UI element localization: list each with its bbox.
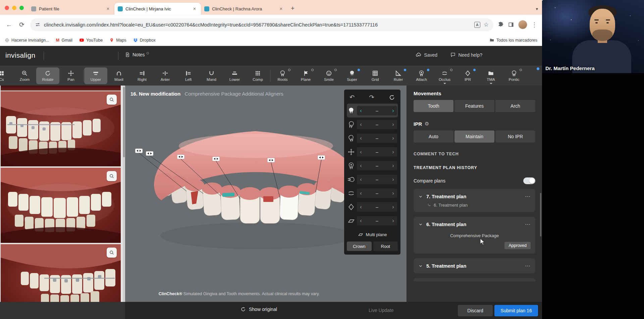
tool-comp[interactable]: Comp bbox=[246, 67, 269, 85]
bookmark-hacerse-invisalign[interactable]: Hacerse Invisalign... bbox=[5, 38, 49, 43]
chevron-down-icon[interactable] bbox=[418, 194, 423, 199]
zoom-photo-icon[interactable] bbox=[107, 95, 117, 105]
address-bar[interactable]: clincheck.invisalign.com/index.html?loca… bbox=[30, 18, 493, 31]
increase-icon[interactable]: › bbox=[389, 108, 397, 114]
decrease-icon[interactable]: ‹ bbox=[357, 190, 365, 196]
tool-zoom[interactable]: Zoom bbox=[13, 67, 36, 85]
tab-patient-file[interactable]: Patient file × bbox=[28, 3, 114, 15]
decrease-icon[interactable]: ‹ bbox=[357, 108, 365, 114]
movement-value[interactable]: – bbox=[365, 136, 389, 141]
decrease-icon[interactable]: ‹ bbox=[357, 121, 365, 127]
bookmark-maps[interactable]: Maps bbox=[109, 38, 126, 43]
movement-value[interactable]: – bbox=[365, 204, 389, 210]
increase-icon[interactable]: › bbox=[389, 121, 397, 127]
compare-plans-toggle[interactable] bbox=[523, 177, 535, 184]
decrease-icon[interactable]: ‹ bbox=[357, 135, 365, 141]
new-tab-button[interactable]: + bbox=[291, 5, 294, 12]
redo-icon[interactable]: ↷ bbox=[369, 94, 374, 101]
plan-card-7[interactable]: 7. Treatment plan ⋯ 6. Treatment plan bbox=[414, 189, 535, 212]
increase-icon[interactable]: › bbox=[389, 190, 397, 196]
bookmark-gmail[interactable]: M Gmail bbox=[56, 38, 73, 43]
tool-anter[interactable]: Anter bbox=[154, 67, 177, 85]
tool-attach[interactable]: Attach bbox=[410, 67, 433, 85]
close-tab-icon[interactable]: × bbox=[105, 6, 111, 12]
increase-icon[interactable]: › bbox=[389, 218, 397, 224]
browser-menu-icon[interactable]: ⋮ bbox=[531, 21, 537, 29]
all-bookmarks-button[interactable]: Todos los marcadores bbox=[489, 38, 537, 43]
increase-icon[interactable]: › bbox=[389, 163, 397, 169]
tool-left[interactable]: Left bbox=[177, 67, 200, 85]
tool-grid[interactable]: Grid bbox=[364, 67, 387, 85]
intraoral-photo-front[interactable] bbox=[1, 168, 121, 243]
movement-value[interactable]: – bbox=[365, 177, 389, 182]
profile-avatar[interactable] bbox=[518, 20, 527, 29]
photo-panel-scrollbar[interactable] bbox=[123, 86, 125, 302]
discard-button[interactable]: Discard bbox=[458, 305, 493, 316]
treatment-plan-history-section[interactable]: TREATMENT PLAN HISTORY bbox=[414, 165, 535, 170]
movement-value[interactable]: – bbox=[365, 122, 389, 127]
chevron-down-icon[interactable] bbox=[418, 222, 423, 227]
site-settings-icon[interactable] bbox=[35, 22, 41, 28]
back-icon[interactable]: ← bbox=[5, 21, 13, 29]
ipr-settings-gear-icon[interactable]: ⚙ bbox=[425, 121, 429, 127]
increase-icon[interactable]: › bbox=[389, 204, 397, 210]
notes-button[interactable]: Notes bbox=[125, 52, 149, 57]
tool-rotate[interactable]: Rotate bbox=[36, 67, 59, 84]
tool-cs[interactable]: Cs bbox=[0, 67, 13, 85]
plan-more-menu-icon[interactable]: ⋯ bbox=[525, 193, 531, 200]
mode-tooth-button[interactable]: Tooth bbox=[414, 100, 453, 112]
intraoral-photo-partial[interactable] bbox=[1, 86, 121, 91]
tab-strip-chevron-icon[interactable]: ▾ bbox=[536, 6, 538, 11]
tool-pontic[interactable]: Pontic bbox=[502, 67, 526, 85]
tool-right[interactable]: Right bbox=[130, 67, 154, 85]
decrease-icon[interactable]: ‹ bbox=[357, 149, 365, 155]
intraoral-photo-left[interactable] bbox=[1, 91, 121, 166]
plan-card-6[interactable]: 6. Treatment plan ⋯ Comprehensive Packag… bbox=[414, 217, 535, 254]
decrease-icon[interactable]: ‹ bbox=[357, 218, 365, 224]
undo-icon[interactable]: ↶ bbox=[350, 94, 355, 101]
reset-view-icon[interactable] bbox=[389, 94, 395, 101]
attachment-marker[interactable] bbox=[263, 196, 273, 202]
root-button[interactable]: Root bbox=[373, 242, 398, 251]
tool-maxil[interactable]: Maxil bbox=[107, 67, 130, 85]
decrease-icon[interactable]: ‹ bbox=[357, 163, 365, 169]
tool-roots[interactable]: Roots bbox=[271, 67, 294, 85]
reload-icon[interactable]: ⟳ bbox=[17, 21, 26, 29]
increase-icon[interactable]: › bbox=[389, 176, 397, 182]
multi-plane-button[interactable]: Multi plane bbox=[347, 229, 398, 240]
decrease-icon[interactable]: ‹ bbox=[357, 176, 365, 182]
decrease-icon[interactable]: ‹ bbox=[357, 204, 365, 210]
side-panel-icon[interactable] bbox=[508, 21, 514, 28]
movement-value[interactable]: – bbox=[365, 149, 389, 155]
scrollbar-thumb[interactable] bbox=[123, 87, 125, 157]
attachment-marker[interactable] bbox=[222, 193, 235, 197]
zoom-photo-icon[interactable] bbox=[107, 248, 117, 258]
tool-plane[interactable]: Plane bbox=[294, 67, 317, 85]
comment-to-tech-section[interactable]: COMMENT TO TECH bbox=[414, 152, 535, 156]
show-original-button[interactable]: Show original bbox=[240, 307, 277, 312]
need-help-button[interactable]: Need help? bbox=[450, 52, 482, 58]
plan-more-menu-icon[interactable]: ⋯ bbox=[525, 221, 531, 227]
tool-pan[interactable]: Pan bbox=[59, 67, 83, 85]
crown-button[interactable]: Crown bbox=[347, 242, 372, 251]
right-panel-scrollbar[interactable] bbox=[540, 193, 541, 236]
plan-more-menu-icon[interactable]: ⋯ bbox=[525, 263, 531, 269]
tool-super[interactable]: Super bbox=[340, 67, 364, 85]
bookmark-dropbox[interactable]: Dropbox bbox=[133, 38, 156, 43]
movement-value[interactable]: – bbox=[365, 191, 389, 196]
model-viewport[interactable]: 16. New modification Comprehensive Packa… bbox=[125, 86, 407, 302]
translate-icon[interactable]: A bbox=[474, 22, 480, 28]
close-tab-icon[interactable]: × bbox=[278, 6, 284, 12]
mode-features-button[interactable]: Features bbox=[454, 100, 494, 112]
bookmark-youtube[interactable]: YouTube bbox=[79, 38, 103, 43]
zoom-photo-icon[interactable] bbox=[107, 171, 117, 181]
submit-plan-button[interactable]: Submit plan 16 bbox=[494, 305, 538, 316]
movement-value[interactable]: – bbox=[365, 108, 389, 113]
extensions-puzzle-icon[interactable] bbox=[497, 21, 504, 28]
linked-plan-item[interactable]: 6. Treatment plan bbox=[427, 203, 531, 208]
mode-arch-button[interactable]: Arch bbox=[495, 100, 535, 112]
intraoral-photo-right[interactable] bbox=[1, 244, 121, 302]
ipr-auto-button[interactable]: Auto bbox=[414, 130, 453, 143]
movement-value[interactable]: – bbox=[365, 163, 389, 168]
window-close-button[interactable] bbox=[5, 6, 9, 10]
